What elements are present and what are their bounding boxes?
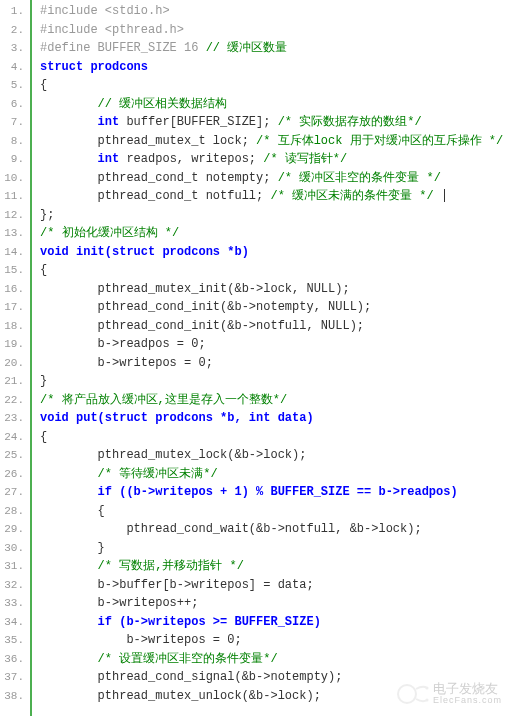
token-comment: /* 实际数据存放的数组*/ (278, 115, 422, 129)
code-line: /* 初始化缓冲区结构 */ (40, 224, 510, 243)
code-line: /* 等待缓冲区未满*/ (40, 465, 510, 484)
token-plain: b->writepos++; (98, 596, 199, 610)
token-comment: /* 等待缓冲区未满*/ (98, 467, 218, 481)
line-number: 24. (2, 428, 24, 447)
line-number: 19. (2, 335, 24, 354)
line-number: 8. (2, 132, 24, 151)
token-plain: b->buffer[b->writepos] = data; (98, 578, 314, 592)
token-plain: b->readpos = 0; (98, 337, 206, 351)
code-line: #include <pthread.h> (40, 21, 510, 40)
token-comment: /* 将产品放入缓冲区,这里是存入一个整数*/ (40, 393, 287, 407)
code-line: void put(struct prodcons *b, int data) (40, 409, 510, 428)
token-keyword: int (98, 152, 120, 166)
watermark-title: 电子发烧友 (433, 682, 502, 696)
token-plain: pthread_cond_init(&b->notempty, NULL); (98, 300, 372, 314)
code-line: #define BUFFER_SIZE 16 // 缓冲区数量 (40, 39, 510, 58)
line-number: 16. (2, 280, 24, 299)
code-line: pthread_mutex_lock(&b->lock); (40, 446, 510, 465)
token-comment: /* 互斥体lock 用于对缓冲区的互斥操作 */ (256, 134, 503, 148)
line-number: 15. (2, 261, 24, 280)
code-line: if (b->writepos >= BUFFER_SIZE) (40, 613, 510, 632)
svg-point-2 (425, 699, 428, 702)
token-keyword: int (98, 115, 120, 129)
token-plain: pthread_mutex_t lock; (98, 134, 256, 148)
token-comment: // 缓冲区相关数据结构 (98, 97, 228, 111)
line-number: 37. (2, 668, 24, 687)
token-plain: pthread_cond_signal(&b->notempty); (98, 670, 343, 684)
line-number: 2. (2, 21, 24, 40)
token-preproc: #define BUFFER_SIZE 16 (40, 41, 206, 55)
code-line: /* 设置缓冲区非空的条件变量*/ (40, 650, 510, 669)
line-number: 7. (2, 113, 24, 132)
line-number: 3. (2, 39, 24, 58)
line-number: 23. (2, 409, 24, 428)
token-plain: b->writepos = 0; (126, 633, 241, 647)
watermark-subtitle: ElecFans.com (433, 696, 502, 706)
code-line: /* 写数据,并移动指针 */ (40, 557, 510, 576)
watermark: 电子发烧友 ElecFans.com (397, 680, 502, 708)
line-number: 25. (2, 446, 24, 465)
code-line: // 缓冲区相关数据结构 (40, 95, 510, 114)
svg-point-1 (425, 687, 428, 690)
line-number: 13. (2, 224, 24, 243)
code-line: int readpos, writepos; /* 读写指针*/ (40, 150, 510, 169)
token-plain: } (40, 374, 47, 388)
line-number: 4. (2, 58, 24, 77)
token-keyword: void put(struct prodcons *b, int data) (40, 411, 314, 425)
token-plain: pthread_mutex_init(&b->lock, NULL); (98, 282, 350, 296)
code-line: { (40, 76, 510, 95)
token-comment: /* 设置缓冲区非空的条件变量*/ (98, 652, 278, 666)
line-number: 36. (2, 650, 24, 669)
code-line: { (40, 428, 510, 447)
token-plain: } (98, 541, 105, 555)
token-plain: pthread_cond_t notempty; (98, 171, 278, 185)
token-keyword: if (b->writepos >= BUFFER_SIZE) (98, 615, 321, 629)
line-number: 6. (2, 95, 24, 114)
code-line: b->writepos++; (40, 594, 510, 613)
line-number: 35. (2, 631, 24, 650)
line-number: 38. (2, 687, 24, 706)
line-number: 22. (2, 391, 24, 410)
line-number: 32. (2, 576, 24, 595)
line-number: 12. (2, 206, 24, 225)
code-line: pthread_cond_wait(&b->notfull, &b->lock)… (40, 520, 510, 539)
token-plain: { (98, 504, 105, 518)
token-plain: { (40, 263, 47, 277)
code-line: #include <stdio.h> (40, 2, 510, 21)
token-comment: // 缓冲区数量 (206, 41, 288, 55)
code-content: #include <stdio.h>#include <pthread.h>#d… (32, 0, 510, 716)
code-line: if ((b->writepos + 1) % BUFFER_SIZE == b… (40, 483, 510, 502)
line-number: 34. (2, 613, 24, 632)
token-comment: /* 写数据,并移动指针 */ (98, 559, 244, 573)
line-number: 1. (2, 2, 24, 21)
code-line: { (40, 502, 510, 521)
line-number: 33. (2, 594, 24, 613)
line-number: 31. (2, 557, 24, 576)
line-number: 29. (2, 520, 24, 539)
token-comment: /* 初始化缓冲区结构 */ (40, 226, 179, 240)
line-number: 14. (2, 243, 24, 262)
token-keyword: if ((b->writepos + 1) % BUFFER_SIZE == b… (98, 485, 458, 499)
line-number: 21. (2, 372, 24, 391)
code-line: b->writepos = 0; (40, 631, 510, 650)
token-preproc: #include <pthread.h> (40, 23, 184, 37)
token-comment: /* 读写指针*/ (263, 152, 347, 166)
line-number: 17. (2, 298, 24, 317)
code-line: pthread_cond_t notempty; /* 缓冲区非空的条件变量 *… (40, 169, 510, 188)
code-line: pthread_cond_t notfull; /* 缓冲区未满的条件变量 */ (40, 187, 510, 206)
token-plain: pthread_mutex_lock(&b->lock); (98, 448, 307, 462)
code-line: } (40, 539, 510, 558)
code-line: b->writepos = 0; (40, 354, 510, 373)
code-container: 1.2.3.4.5.6.7.8.9.10.11.12.13.14.15.16.1… (0, 0, 510, 716)
code-line: int buffer[BUFFER_SIZE]; /* 实际数据存放的数组*/ (40, 113, 510, 132)
token-plain: buffer[BUFFER_SIZE]; (119, 115, 277, 129)
token-keyword: struct prodcons (40, 60, 148, 74)
code-line: struct prodcons (40, 58, 510, 77)
token-plain: pthread_cond_wait(&b->notfull, &b->lock)… (126, 522, 421, 536)
token-plain: { (40, 430, 47, 444)
token-comment: /* 缓冲区未满的条件变量 */ (270, 189, 433, 203)
line-number: 11. (2, 187, 24, 206)
watermark-logo-icon (397, 680, 429, 708)
code-line: /* 将产品放入缓冲区,这里是存入一个整数*/ (40, 391, 510, 410)
code-line: }; (40, 206, 510, 225)
